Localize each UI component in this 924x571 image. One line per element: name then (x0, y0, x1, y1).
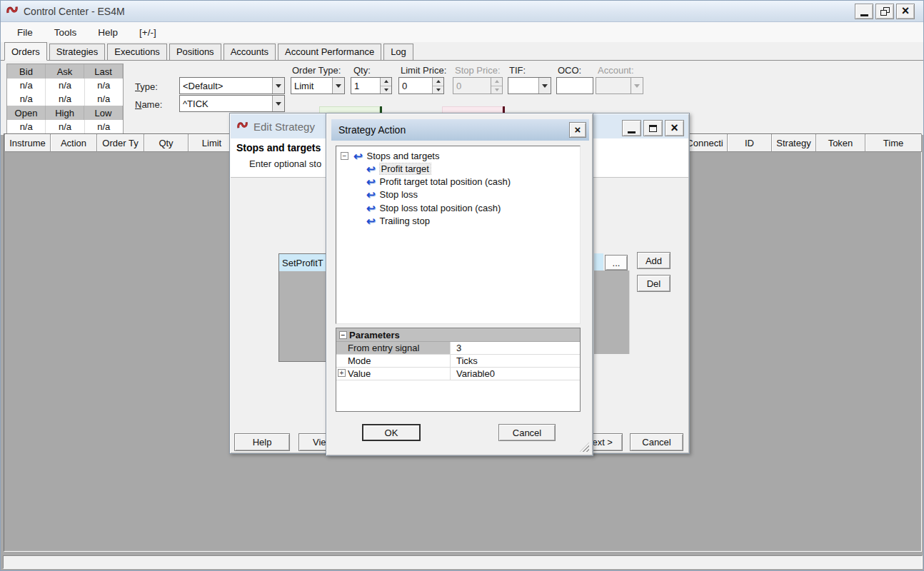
market-header-row: Bid Ask Last (7, 64, 123, 79)
spin-down-icon[interactable] (381, 86, 391, 94)
cancel-button[interactable]: Cancel (498, 424, 556, 441)
chevron-down-icon[interactable] (538, 78, 551, 94)
close-icon: × (902, 4, 910, 17)
close-button[interactable]: × (665, 120, 684, 136)
spin-up-icon[interactable] (381, 78, 391, 86)
tree-item-label[interactable]: Profit target total position (cash) (380, 176, 511, 187)
close-button[interactable]: × (896, 4, 915, 19)
column-header-order-type[interactable]: Order Ty (97, 134, 144, 152)
last-value: n/a (85, 79, 123, 92)
wizard-heading: Stops and targets (236, 142, 321, 153)
spin-up-icon[interactable] (433, 78, 443, 86)
param-row-value[interactable]: + Value Variable0 (336, 368, 580, 380)
close-icon: × (575, 124, 581, 135)
tree-item-label[interactable]: Trailing stop (380, 216, 430, 226)
ask-header: Ask (46, 64, 84, 79)
tree-item-stop-loss[interactable]: ↩ Stop loss (366, 188, 418, 201)
minimize-icon (860, 14, 868, 16)
menu-help[interactable]: Help (87, 24, 129, 41)
param-row-mode[interactable]: Mode Ticks (336, 355, 580, 368)
tab-log[interactable]: Log (383, 44, 413, 60)
minimize-button[interactable] (622, 120, 641, 136)
menu-tools[interactable]: Tools (44, 24, 88, 41)
qty-stepper[interactable]: 1 (351, 77, 392, 94)
tab-executions[interactable]: Executions (107, 44, 167, 60)
restore-button[interactable] (875, 4, 894, 19)
help-button[interactable]: Help (234, 433, 290, 451)
tab-positions[interactable]: Positions (169, 44, 221, 60)
tree-root-row[interactable]: − ↩ Stops and targets (341, 150, 439, 162)
minimize-button[interactable] (855, 4, 873, 19)
tab-orders[interactable]: Orders (4, 42, 47, 61)
last-header: Last (84, 64, 123, 79)
parameters-header-label: Parameters (336, 328, 451, 341)
param-name: Value (336, 368, 451, 380)
tree-item-label[interactable]: Stop loss (380, 189, 418, 200)
tif-label: TIF: (509, 65, 526, 76)
tab-strategies[interactable]: Strategies (49, 44, 106, 60)
tree-item-profit-target-total[interactable]: ↩ Profit target total position (cash) (366, 176, 511, 188)
tab-account-performance[interactable]: Account Performance (278, 44, 381, 60)
tab-accounts[interactable]: Accounts (224, 44, 276, 60)
bid-value: n/a (7, 92, 46, 106)
column-header-id[interactable]: ID (728, 134, 772, 152)
collapse-icon[interactable]: − (341, 152, 348, 160)
tree-item-profit-target[interactable]: ↩ Profit target (366, 163, 431, 175)
low-value: n/a (85, 120, 123, 133)
param-value[interactable]: Ticks (451, 355, 580, 366)
status-bar (3, 555, 923, 569)
column-header-strategy[interactable]: Strategy (772, 134, 816, 152)
name-combo[interactable]: ^TICK (179, 95, 285, 112)
action-icon: ↩ (366, 176, 376, 187)
stop-price-stepper: 0 (453, 77, 503, 94)
close-button[interactable]: × (569, 122, 586, 138)
tif-combo[interactable] (508, 77, 551, 94)
column-header-time[interactable]: Time (865, 134, 922, 152)
stop-price-value: 0 (453, 81, 491, 91)
type-combo[interactable]: <Default> (179, 77, 285, 94)
column-header-action[interactable]: Action (51, 134, 97, 152)
action-tree: − ↩ Stops and targets ↩ Profit target ↩ … (336, 146, 581, 324)
add-button[interactable]: Add (637, 252, 671, 269)
collapse-icon[interactable]: − (339, 331, 347, 339)
last-value: n/a (85, 92, 123, 106)
close-icon: × (671, 121, 678, 134)
ask-value: n/a (46, 79, 84, 92)
param-value[interactable]: 3 (451, 343, 580, 353)
bid-header: Bid (7, 64, 46, 79)
menu-plus-minus[interactable]: [+/-] (129, 24, 167, 41)
action-icon: ↩ (366, 189, 376, 200)
del-button[interactable]: Del (637, 275, 671, 292)
ok-button[interactable]: OK (362, 424, 421, 441)
tree-item-label[interactable]: Profit target (380, 163, 431, 174)
limit-price-stepper[interactable]: 0 (398, 77, 444, 94)
oco-field[interactable] (556, 77, 593, 94)
param-value[interactable]: Variable0 (451, 368, 580, 379)
market-row: n/a n/a n/a (7, 92, 123, 106)
column-header-token[interactable]: Token (816, 134, 865, 152)
resize-grip[interactable] (580, 443, 589, 452)
maximize-button[interactable] (643, 120, 663, 136)
tree-item-stop-loss-total[interactable]: ↩ Stop loss total position (cash) (366, 202, 501, 214)
chevron-down-icon[interactable] (272, 96, 284, 111)
chevron-down-icon[interactable] (332, 78, 344, 94)
tree-item-trailing-stop[interactable]: ↩ Trailing stop (366, 215, 430, 227)
minimize-icon (628, 131, 636, 133)
param-row-from-entry-signal[interactable]: From entry signal 3 (336, 342, 580, 355)
edit-strategy-title: Edit Strategy (253, 121, 315, 133)
spin-down-icon[interactable] (433, 86, 443, 94)
menu-file[interactable]: File (6, 24, 44, 41)
high-header: High (46, 106, 84, 120)
column-header-instrument[interactable]: Instrume (5, 134, 51, 152)
param-name: Mode (336, 355, 451, 367)
order-type-combo[interactable]: Limit (291, 77, 345, 94)
parameters-header-row[interactable]: Parameters − (336, 328, 580, 342)
browse-button[interactable]: ... (605, 255, 628, 271)
tree-item-label[interactable]: Stop loss total position (cash) (380, 203, 501, 213)
cancel-button[interactable]: Cancel (630, 433, 683, 451)
column-header-qty[interactable]: Qty (144, 134, 189, 152)
action-icon: ↩ (366, 216, 376, 226)
stop-price-label: Stop Price: (455, 65, 501, 76)
chevron-down-icon[interactable] (272, 78, 284, 94)
tree-root-label[interactable]: Stops and targets (367, 151, 440, 161)
